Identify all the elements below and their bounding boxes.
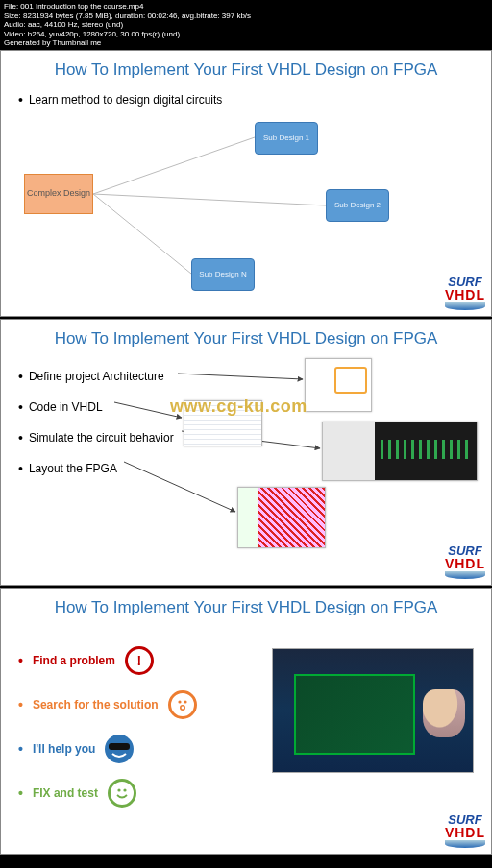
row-text: FIX and test: [33, 786, 98, 800]
sub-design-1-box: Sub Design 1: [255, 122, 318, 155]
meta-file: File: 001 Introduction top the course.mp…: [4, 2, 488, 12]
row-help-you: • I'll help you: [18, 735, 260, 763]
meta-generator: Generated by Thumbnail me: [4, 38, 488, 48]
bullet-dot-icon: •: [18, 93, 23, 107]
svg-point-7: [178, 700, 181, 703]
row-text: Search for the solution: [33, 698, 159, 711]
bullet-dot-icon: •: [18, 786, 23, 800]
architecture-diagram-thumbnail: [305, 358, 372, 412]
row-search-solution: • Search for the solution: [18, 690, 260, 719]
smile-face-icon: [108, 779, 136, 808]
slide-2-body: • Define project Architecture • Code in …: [18, 362, 474, 554]
bullet-learn-method: • Learn method to design digital circuit…: [18, 93, 474, 107]
complex-design-box: Complex Design: [24, 174, 93, 214]
surf-vhdl-logo: SURF VHDL: [445, 276, 485, 310]
row-text: I'll help you: [33, 742, 96, 756]
logo-wave-icon: [445, 840, 485, 848]
slide-2: How To Implement Your First VHDL Design …: [0, 319, 492, 586]
exclamation-icon: !: [125, 646, 154, 675]
bullet-dot-icon: •: [18, 431, 23, 445]
sub-design-n-label: Sub Design N: [199, 271, 246, 279]
bullet-dot-icon: •: [18, 462, 23, 475]
logo-vhdl-text: VHDL: [445, 826, 485, 839]
surf-vhdl-logo: SURF VHDL: [445, 813, 485, 848]
video-metadata: File: 001 Introduction top the course.mp…: [0, 0, 492, 50]
bullet-layout-fpga: • Layout the FPGA: [18, 462, 174, 475]
bullet-dot-icon: •: [18, 698, 23, 711]
bullet-text: Define project Architecture: [29, 370, 164, 383]
svg-line-2: [93, 194, 191, 274]
svg-point-9: [180, 706, 184, 710]
row-find-problem: • Find a problem !: [18, 646, 260, 675]
bullet-dot-icon: •: [18, 370, 23, 383]
bullet-dot-icon: •: [18, 654, 23, 667]
slide-title: How To Implement Your First VHDL Design …: [18, 598, 474, 617]
slide-3-list: • Find a problem ! • Search for the solu…: [18, 631, 260, 823]
surf-vhdl-logo: SURF VHDL: [445, 544, 485, 579]
slide-3-body: • Find a problem ! • Search for the solu…: [18, 631, 474, 823]
bullet-text: Code in VHDL: [29, 400, 103, 414]
bullet-simulate: • Simulate the circuit behavior: [18, 431, 174, 445]
row-text: Find a problem: [33, 654, 115, 667]
logo-wave-icon: [445, 302, 485, 310]
bullet-dot-icon: •: [18, 400, 23, 414]
complex-design-label: Complex Design: [27, 189, 90, 199]
sub-design-1-label: Sub Design 1: [263, 134, 309, 143]
decomposition-diagram: Complex Design Sub Design 1 Sub Design 2…: [18, 114, 474, 287]
svg-line-3: [178, 374, 303, 379]
sub-design-n-box: Sub Design N: [191, 258, 255, 291]
simulation-waveform-thumbnail: [322, 422, 478, 481]
sub-design-2-box: Sub Design 2: [326, 189, 389, 222]
sub-design-2-label: Sub Design 2: [334, 202, 381, 210]
vhdl-code-thumbnail: [184, 400, 262, 446]
svg-point-10: [117, 788, 120, 791]
logo-vhdl-text: VHDL: [445, 288, 485, 301]
svg-line-1: [93, 194, 326, 205]
fpga-board-photo: [272, 648, 474, 773]
logo-wave-icon: [445, 571, 485, 579]
bullet-text: Learn method to design digital circuits: [29, 93, 222, 107]
bullet-code-vhdl: • Code in VHDL: [18, 400, 174, 414]
slide-title: How To Implement Your First VHDL Design …: [18, 329, 474, 349]
bullet-text: Simulate the circuit behavior: [29, 431, 174, 445]
bullet-text: Layout the FPGA: [29, 462, 117, 475]
slide-3: How To Implement Your First VHDL Design …: [0, 588, 492, 855]
slide-title: How To Implement Your First VHDL Design …: [18, 60, 474, 80]
cool-sunglasses-face-icon: [105, 735, 134, 763]
meta-audio: Audio: aac, 44100 Hz, stereo (und): [4, 20, 488, 30]
meta-video: Video: h264, yuv420p, 1280x720, 30.00 fp…: [4, 30, 488, 39]
row-fix-test: • FIX and test: [18, 779, 260, 808]
slide-1: How To Implement Your First VHDL Design …: [0, 50, 492, 317]
fpga-layout-thumbnail: [237, 487, 326, 548]
bullet-dot-icon: •: [18, 742, 23, 756]
logo-vhdl-text: VHDL: [445, 557, 485, 570]
bullet-architecture: • Define project Architecture: [18, 370, 174, 383]
svg-point-11: [123, 788, 126, 791]
svg-line-0: [93, 137, 255, 194]
surprised-face-icon: [168, 690, 197, 719]
svg-point-8: [184, 700, 186, 703]
meta-size: Size: 8231934 bytes (7.85 MiB), duration…: [4, 12, 488, 21]
